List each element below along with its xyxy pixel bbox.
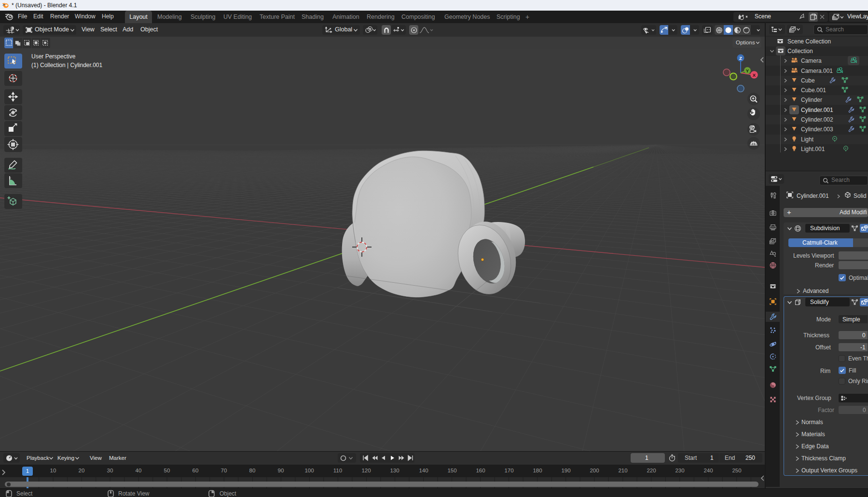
svg-text:X: X [753,72,756,78]
svg-text:Z: Z [739,55,742,61]
svg-text:Y: Y [746,68,749,73]
